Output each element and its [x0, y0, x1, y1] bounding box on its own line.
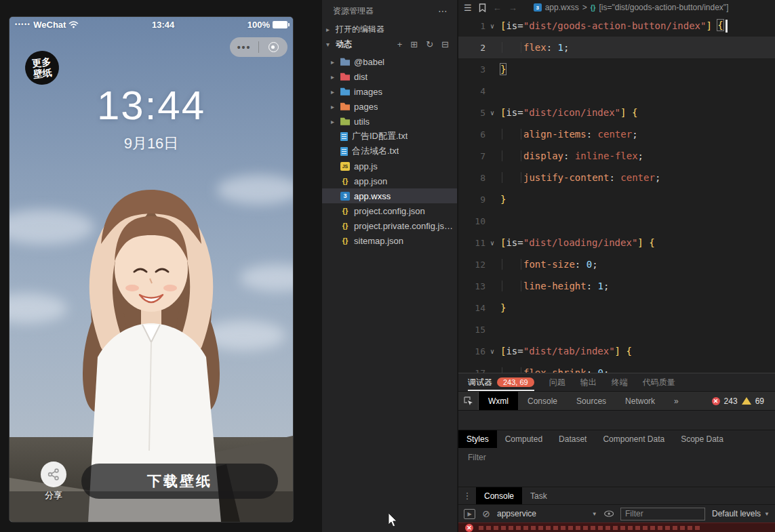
debugger-panel: 调试器243, 69问题输出终端代码质量 WxmlConsoleSourcesN… [458, 373, 775, 532]
console-error-row[interactable]: ✕ [458, 523, 775, 532]
file-item[interactable]: 合法域名.txt [322, 144, 457, 159]
code-line-10[interactable]: 10 [458, 210, 775, 232]
open-editors-section[interactable]: ▸ 打开的编辑器 [322, 22, 457, 37]
styles-filter[interactable]: Filter [458, 448, 775, 467]
code-line-16[interactable]: 16∨[is="dist/tab/index"] { [458, 340, 775, 362]
tab-代码质量[interactable]: 代码质量 [643, 373, 675, 391]
open-brace: { [626, 346, 631, 356]
fold-chevron-icon[interactable]: ∨ [485, 239, 499, 247]
token: ; [655, 172, 660, 183]
code-line-11[interactable]: 11∨[is="dist/loading/index"] { [458, 232, 775, 253]
warning-icon [742, 397, 751, 405]
download-wallpaper-button[interactable]: 下载壁纸 [81, 464, 278, 499]
file-item[interactable]: ▸images [322, 84, 457, 99]
file-item[interactable]: 广告ID配置.txt [322, 129, 457, 144]
tab-问题[interactable]: 问题 [549, 373, 565, 391]
token: is= [506, 20, 523, 30]
code-line-2[interactable]: 2flex: 1; [458, 37, 775, 58]
tab-styles[interactable]: Styles [458, 430, 497, 448]
nav-forward-icon[interactable]: → [509, 3, 517, 13]
code-line-15[interactable]: 15 [458, 319, 775, 340]
code-line-3[interactable]: 3} [458, 58, 775, 80]
capsule-menu-icon[interactable]: ••• [230, 42, 258, 53]
code-line-12[interactable]: 12font-size: 0; [458, 253, 775, 275]
tab-console[interactable]: Console [518, 392, 567, 410]
tab-»[interactable]: » [664, 392, 688, 410]
json-icon: {} [340, 177, 350, 186]
fold-chevron-icon[interactable]: ∨ [485, 22, 499, 30]
share-button[interactable] [41, 462, 66, 487]
expand-arrow-icon[interactable]: ▸ [331, 103, 340, 110]
tab-dataset[interactable]: Dataset [551, 430, 595, 448]
eye-icon[interactable] [604, 510, 614, 517]
refresh-icon[interactable]: ↻ [426, 39, 433, 49]
expand-arrow-icon[interactable]: ▸ [331, 88, 340, 96]
log-levels-select[interactable]: Default levels ▼ [712, 509, 770, 518]
txt-icon [340, 132, 348, 141]
tab-task[interactable]: Task [522, 487, 555, 504]
breadcrumb-separator: > [582, 3, 587, 12]
bookmark-icon[interactable] [479, 3, 486, 12]
fold-chevron-icon[interactable]: ∨ [485, 109, 499, 117]
tab-输出[interactable]: 输出 [580, 373, 597, 391]
tab-component data[interactable]: Component Data [595, 430, 673, 448]
file-item[interactable]: {}project.config.json [322, 203, 457, 218]
file-item[interactable]: {}project.private.config.js… [322, 218, 457, 233]
file-item[interactable]: {}sitemap.json [322, 233, 457, 248]
code-text: [is="dist/icon/index"] { [499, 107, 637, 118]
dropdown-caret-icon: ▼ [764, 511, 770, 517]
tab-调试器[interactable]: 调试器243, 69 [468, 373, 534, 391]
project-section[interactable]: ▾ 动态 +⊞↻⊟ [322, 37, 457, 52]
token [643, 237, 649, 248]
file-item[interactable]: ▸dist [322, 69, 457, 84]
code-line-14[interactable]: 14} [458, 297, 775, 319]
new-folder-icon[interactable]: ⊞ [410, 39, 418, 49]
signal-dots-icon: ••••• [15, 21, 31, 28]
expand-arrow-icon[interactable]: ▸ [331, 118, 340, 125]
tab-network[interactable]: Network [616, 392, 664, 410]
sidebar-toggle-icon[interactable]: ▶ [464, 509, 475, 519]
file-item[interactable]: 3app.wxss [322, 188, 457, 203]
expand-arrow-icon[interactable]: ▸ [331, 73, 340, 81]
fold-chevron-icon[interactable]: ∨ [485, 348, 499, 355]
tab-wxml[interactable]: Wxml [479, 392, 518, 410]
expand-arrow-icon[interactable]: ▸ [331, 58, 340, 66]
tab-终端[interactable]: 终端 [612, 373, 628, 391]
new-file-icon[interactable]: + [397, 39, 403, 49]
file-item[interactable]: {}app.json [322, 173, 457, 188]
chevron-right-icon: ▸ [326, 26, 333, 33]
outline-icon[interactable]: ☰ [464, 3, 472, 13]
code-line-17[interactable]: 17flex-shrink: 0; [458, 362, 775, 373]
file-item[interactable]: ▸@babel [322, 54, 457, 69]
tab-sources[interactable]: Sources [567, 392, 616, 410]
code-line-13[interactable]: 13line-height: 1; [458, 275, 775, 297]
file-item[interactable]: ▸utils [322, 114, 457, 129]
breadcrumb-file[interactable]: app.wxss [545, 3, 579, 12]
code-line-4[interactable]: 4 [458, 80, 775, 102]
code-line-5[interactable]: 5∨[is="dist/icon/index"] { [458, 102, 775, 123]
nav-back-icon[interactable]: ← [493, 3, 502, 13]
file-item[interactable]: ▸pages [322, 99, 457, 114]
collapse-all-icon[interactable]: ⊟ [441, 39, 449, 49]
code-line-8[interactable]: 8justify-content: center; [458, 167, 775, 188]
code-line-9[interactable]: 9} [458, 188, 775, 210]
capsule-close-icon[interactable] [259, 42, 287, 52]
tab-scope data[interactable]: Scope Data [673, 430, 732, 448]
breadcrumb-rule[interactable]: [is="dist/goods-action-button/index"] [599, 3, 729, 12]
code-area[interactable]: 1∨[is="dist/goods-action-button/index"] … [458, 15, 775, 373]
clear-console-icon[interactable]: ⊘ [482, 508, 490, 519]
inspect-element-icon[interactable] [458, 392, 479, 410]
code-line-1[interactable]: 1∨[is="dist/goods-action-button/index"] … [458, 15, 775, 37]
code-line-6[interactable]: 6align-items: center; [458, 123, 775, 145]
kebab-menu-icon[interactable]: ⋮ [458, 491, 476, 501]
tab-console[interactable]: Console [476, 487, 522, 504]
context-select[interactable]: appservice ▼ [497, 509, 597, 518]
line-number: 15 [458, 325, 485, 335]
file-item[interactable]: JSapp.js [322, 159, 457, 173]
miniprogram-capsule[interactable]: ••• [230, 37, 287, 57]
console-filter-input[interactable] [620, 508, 705, 520]
file-name: app.json [354, 176, 387, 186]
code-line-7[interactable]: 7display: inline-flex; [458, 145, 775, 167]
tab-computed[interactable]: Computed [497, 430, 551, 448]
explorer-more-icon[interactable]: ⋯ [438, 5, 448, 16]
